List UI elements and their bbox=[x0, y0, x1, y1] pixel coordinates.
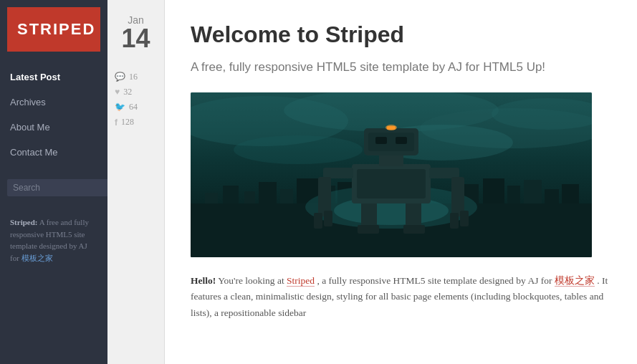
post-striped-link[interactable]: Striped bbox=[287, 275, 315, 287]
logo-text: STRIPED bbox=[17, 20, 90, 39]
svg-rect-10 bbox=[244, 191, 255, 203]
svg-rect-8 bbox=[205, 193, 218, 203]
svg-rect-32 bbox=[318, 177, 331, 216]
svg-rect-33 bbox=[451, 177, 464, 216]
date-column: Jan 14 💬 16 ♥ 32 🐦 64 f 128 bbox=[107, 0, 165, 364]
svg-point-45 bbox=[385, 125, 397, 130]
sidebar: STRIPED Latest Post Archives About Me Co… bbox=[0, 0, 107, 364]
stat-twitter-count: 64 bbox=[129, 102, 138, 112]
sidebar-item-archives[interactable]: Archives bbox=[0, 90, 107, 115]
svg-rect-37 bbox=[460, 211, 469, 226]
post-hello: Hello! bbox=[191, 275, 216, 286]
date-day: 14 bbox=[121, 26, 150, 52]
sidebar-link-about-me[interactable]: About Me bbox=[0, 115, 107, 140]
svg-rect-20 bbox=[545, 189, 559, 203]
svg-rect-34 bbox=[314, 213, 322, 229]
svg-rect-35 bbox=[324, 211, 332, 226]
svg-rect-19 bbox=[524, 180, 542, 203]
sidebar-link-latest-post[interactable]: Latest Post bbox=[0, 64, 107, 90]
stat-likes-count: 32 bbox=[123, 87, 132, 97]
svg-rect-18 bbox=[507, 186, 520, 203]
post-body-text: You're looking at bbox=[218, 275, 287, 286]
svg-rect-11 bbox=[259, 182, 277, 203]
stat-facebook-count: 128 bbox=[121, 117, 134, 128]
stat-facebook: f 128 bbox=[115, 117, 157, 128]
svg-rect-30 bbox=[323, 168, 353, 178]
post-title: Welcome to Striped bbox=[191, 21, 611, 48]
sidebar-item-about-me[interactable]: About Me bbox=[0, 115, 107, 140]
stat-comments: 💬 16 bbox=[115, 72, 157, 82]
facebook-icon: f bbox=[115, 118, 118, 128]
nav-menu: Latest Post Archives About Me Contact Me bbox=[0, 64, 107, 165]
svg-rect-26 bbox=[358, 225, 379, 234]
svg-rect-42 bbox=[396, 137, 407, 144]
date-stats: 💬 16 ♥ 32 🐦 64 f 128 bbox=[107, 72, 164, 128]
sidebar-link-contact-me[interactable]: Contact Me bbox=[0, 140, 107, 165]
stat-likes: ♥ 32 bbox=[115, 87, 157, 97]
main-content: Welcome to Striped A free, fully respons… bbox=[165, 0, 637, 364]
svg-rect-31 bbox=[429, 168, 459, 178]
sidebar-item-contact-me[interactable]: Contact Me bbox=[0, 140, 107, 165]
comment-icon: 💬 bbox=[115, 72, 125, 82]
logo-area[interactable]: STRIPED bbox=[7, 7, 100, 52]
post-body: Hello! You're looking at Striped , a ful… bbox=[191, 273, 611, 322]
svg-rect-21 bbox=[562, 184, 579, 203]
svg-rect-40 bbox=[368, 133, 414, 151]
svg-rect-41 bbox=[375, 137, 387, 144]
post-template-link[interactable]: 模板之家 bbox=[555, 275, 595, 287]
sidebar-blurb: Striped: A free and fully responsive HTM… bbox=[0, 209, 107, 271]
svg-rect-29 bbox=[357, 169, 426, 198]
post-body-rest: , a fully responsive HTML5 site template… bbox=[317, 275, 554, 286]
svg-rect-9 bbox=[223, 186, 239, 203]
svg-rect-36 bbox=[450, 213, 459, 229]
svg-point-5 bbox=[234, 135, 363, 164]
blurb-bold: Striped: bbox=[10, 218, 38, 226]
post-subtitle: A free, fully responsive HTML5 site temp… bbox=[191, 58, 611, 77]
heart-icon: ♥ bbox=[115, 87, 120, 97]
search-area: 🔍 bbox=[0, 171, 107, 205]
sidebar-link-archives[interactable]: Archives bbox=[0, 90, 107, 115]
post-image bbox=[191, 92, 592, 257]
stat-comments-count: 16 bbox=[129, 72, 138, 82]
stat-twitter: 🐦 64 bbox=[115, 102, 157, 112]
svg-rect-12 bbox=[280, 189, 293, 203]
svg-rect-17 bbox=[483, 178, 504, 203]
blurb-link[interactable]: 模板之家 bbox=[21, 254, 53, 262]
twitter-icon: 🐦 bbox=[115, 102, 125, 112]
sidebar-item-latest-post[interactable]: Latest Post bbox=[0, 64, 107, 90]
svg-rect-27 bbox=[403, 225, 425, 234]
